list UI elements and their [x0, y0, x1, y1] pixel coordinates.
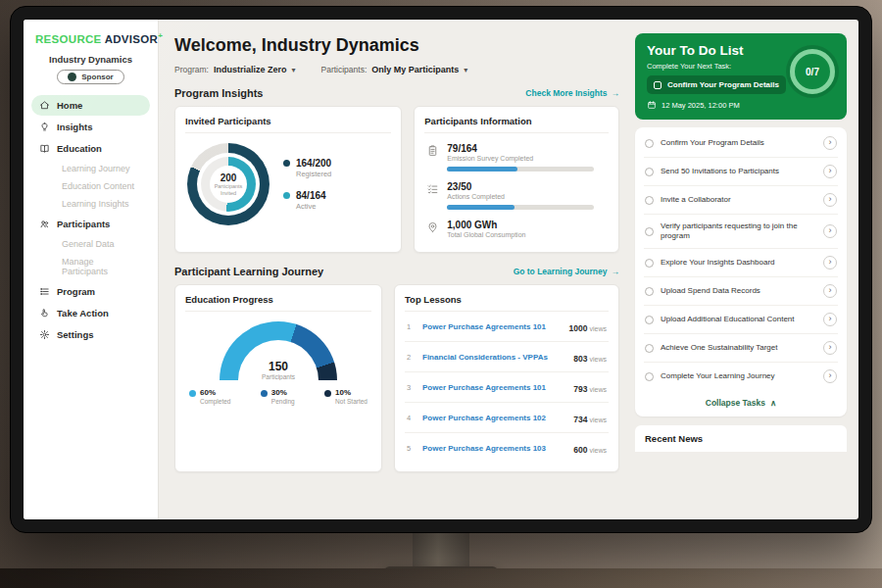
global-consumption-row: 1,000 GWh Total Global Consumption	[426, 220, 607, 243]
invited-participants-body: 200 Participants Invited 164/200 Registe…	[185, 143, 391, 225]
sidebar-item-education-content[interactable]: Education Content	[31, 177, 150, 195]
sponsor-badge[interactable]: Sponsor	[57, 70, 123, 84]
task-chevron-button[interactable]: ›	[823, 165, 837, 178]
program-insights-header: Program Insights Check More Insights →	[174, 87, 619, 99]
lesson-rank: 2	[407, 353, 416, 362]
task-row[interactable]: Verify participants requesting to join t…	[644, 215, 838, 249]
participants-select-label: Participants:	[321, 65, 368, 74]
not-started-dot	[324, 390, 331, 397]
task-chevron-button[interactable]: ›	[823, 341, 837, 355]
top-lessons-card: Top Lessons 1 Power Purchase Agreements …	[394, 284, 619, 472]
education-progress-card: Education Progress 150 Participants	[174, 284, 382, 472]
task-row[interactable]: Send 50 Invitations to Participants ›	[644, 158, 838, 186]
lesson-link[interactable]: Financial Considerations - VPPAs	[422, 353, 566, 362]
sponsor-icon	[68, 73, 76, 81]
main-content: Welcome, Industry Dynamics Program: Indu…	[159, 20, 631, 519]
chevron-right-icon: ›	[829, 226, 832, 235]
task-row[interactable]: Confirm Your Program Details ›	[644, 129, 838, 158]
lesson-row[interactable]: 4 Power Purchase Agreements 102 734views	[405, 403, 609, 433]
pending-label: Pending	[271, 398, 295, 405]
sidebar-item-take-action[interactable]: Take Action	[31, 303, 150, 323]
task-checkbox[interactable]	[645, 316, 654, 324]
task-chevron-button[interactable]: ›	[823, 256, 837, 270]
donut-center-value: 200	[220, 172, 237, 183]
task-checkbox[interactable]	[645, 259, 654, 268]
gauge-center-label: Participants	[220, 373, 337, 380]
lesson-views: 734	[573, 415, 587, 424]
monitor-stand-neck	[413, 531, 469, 568]
task-checkbox[interactable]	[645, 227, 654, 236]
lesson-link[interactable]: Power Purchase Agreements 101	[422, 322, 563, 331]
lesson-link[interactable]: Power Purchase Agreements 103	[422, 444, 566, 453]
task-checkbox[interactable]	[645, 139, 654, 148]
task-chevron-button[interactable]: ›	[823, 284, 837, 298]
lesson-row[interactable]: 1 Power Purchase Agreements 101 1000view…	[405, 312, 609, 342]
sidebar-item-label: Home	[57, 100, 82, 111]
lesson-link[interactable]: Power Purchase Agreements 102	[422, 414, 566, 422]
next-task-due: 12 May 2025, 12:00 PM	[647, 100, 835, 110]
task-checkbox[interactable]	[645, 196, 654, 205]
task-chevron-button[interactable]: ›	[823, 193, 837, 207]
book-icon	[39, 143, 50, 154]
task-checkbox[interactable]	[645, 344, 654, 353]
sidebar-item-insights[interactable]: Insights	[31, 117, 150, 137]
sidebar-item-manage-participants[interactable]: Manage Participants	[31, 253, 150, 280]
clipboard-icon	[426, 144, 439, 157]
task-chevron-button[interactable]: ›	[823, 313, 837, 326]
sidebar-item-education[interactable]: Education	[31, 138, 150, 159]
task-row[interactable]: Explore Your Insights Dashboard ›	[644, 249, 838, 277]
education-progress-gauge: 150 Participants	[220, 321, 337, 380]
participants-select[interactable]: Participants: Only My Participants ▾	[321, 65, 468, 74]
due-date-text: 12 May 2025, 12:00 PM	[662, 101, 740, 110]
task-row[interactable]: Complete Your Learning Journey ›	[644, 363, 838, 390]
progress-fill	[447, 167, 517, 172]
section-title: Program Insights	[174, 87, 263, 99]
completed-label: Completed	[200, 398, 230, 405]
sidebar-item-program[interactable]: Program	[31, 281, 150, 302]
collapse-tasks-link[interactable]: Collapse Tasks ∧	[644, 390, 838, 415]
actions-completed-progressbar	[447, 205, 594, 210]
task-checkbox[interactable]	[645, 168, 654, 176]
task-chevron-button[interactable]: ›	[823, 224, 837, 238]
actions-completed-row: 23/50 Actions Completed	[426, 181, 607, 210]
gauge-center-value: 150	[220, 360, 337, 373]
sidebar-item-settings[interactable]: Settings	[31, 324, 150, 345]
next-task-label: Confirm Your Program Details	[667, 80, 779, 89]
sidebar-item-general-data[interactable]: General Data	[31, 235, 150, 253]
legend-item-registered: 164/200 Registered	[283, 158, 331, 178]
lesson-row[interactable]: 2 Financial Considerations - VPPAs 803vi…	[405, 342, 609, 372]
card-title: Participants Information	[424, 116, 609, 133]
actions-completed-value: 23/50	[447, 181, 594, 192]
link-label: Go to Learning Journey	[514, 267, 608, 276]
task-chevron-button[interactable]: ›	[823, 136, 837, 150]
task-checkbox[interactable]	[645, 372, 654, 381]
actions-completed-label: Actions Completed	[447, 193, 594, 200]
task-row[interactable]: Upload Spend Data Records ›	[644, 277, 838, 306]
lesson-link[interactable]: Power Purchase Agreements 101	[422, 383, 566, 392]
lesson-views: 793	[573, 384, 587, 394]
sidebar-subitem-label: Learning Insights	[62, 199, 129, 209]
task-row[interactable]: Upload Additional Educational Content ›	[644, 306, 838, 334]
checkbox-icon[interactable]	[654, 81, 662, 89]
sidebar-item-participants[interactable]: Participants	[31, 214, 150, 234]
check-more-insights-link[interactable]: Check More Insights →	[525, 88, 619, 98]
link-label: Check More Insights	[525, 88, 607, 98]
task-checkbox[interactable]	[645, 287, 654, 296]
lesson-row[interactable]: 5 Power Purchase Agreements 103 600views	[405, 433, 609, 463]
go-to-learning-journey-link[interactable]: Go to Learning Journey →	[514, 267, 619, 276]
task-row[interactable]: Achieve One Sustainability Target ›	[644, 334, 838, 363]
sidebar-item-learning-insights[interactable]: Learning Insights	[31, 195, 150, 213]
sidebar-item-home[interactable]: Home	[31, 95, 150, 116]
pending-value: 30%	[271, 388, 287, 397]
lesson-row[interactable]: 3 Power Purchase Agreements 101 793views	[405, 372, 609, 403]
pending-dot	[261, 390, 268, 397]
next-task-pill[interactable]: Confirm Your Program Details	[647, 75, 786, 94]
gear-icon	[39, 329, 50, 340]
sidebar-item-learning-journey[interactable]: Learning Journey	[31, 160, 150, 177]
task-label: Upload Spend Data Records	[661, 286, 816, 296]
task-row[interactable]: Invite a Collaborator ›	[644, 186, 838, 215]
sidebar-item-label: Insights	[57, 122, 92, 132]
chevron-right-icon: ›	[829, 371, 832, 380]
task-chevron-button[interactable]: ›	[823, 369, 837, 383]
program-select[interactable]: Program: Industrialize Zero ▾	[174, 65, 296, 74]
